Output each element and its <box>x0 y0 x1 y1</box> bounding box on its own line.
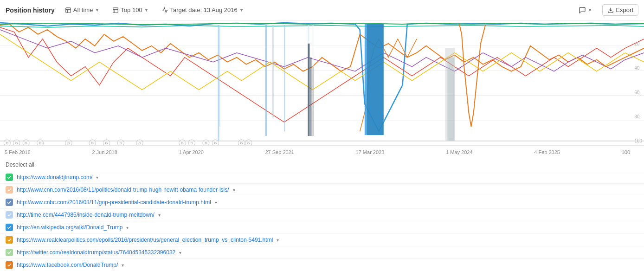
top100-control[interactable]: Top 100 ▼ <box>109 6 151 14</box>
url-checkbox[interactable] <box>6 186 13 194</box>
list-item[interactable]: http://www.cnbc.com/2016/08/11/gop-presi… <box>0 196 644 209</box>
comment-button[interactable]: ▼ <box>576 6 595 15</box>
svg-text:G: G <box>205 142 207 145</box>
url-checkbox[interactable] <box>6 236 13 244</box>
svg-rect-3 <box>113 7 118 13</box>
svg-rect-16 <box>284 25 285 131</box>
url-checkbox[interactable] <box>6 199 13 206</box>
all-time-control[interactable]: All time ▼ <box>62 6 103 14</box>
svg-text:G: G <box>91 142 94 145</box>
svg-text:G: G <box>138 142 141 145</box>
url-checkbox[interactable] <box>6 249 13 256</box>
url-checkbox[interactable] <box>6 174 13 181</box>
url-checkbox[interactable] <box>6 224 13 231</box>
target-date-control[interactable]: Target date: 13 Aug 2016 ▼ <box>159 6 247 14</box>
x-label-3: 1 Apr 2020 <box>179 149 204 155</box>
x-label-1: 5 Feb 2016 <box>5 149 31 155</box>
url-text: https://twitter.com/realdonaldtrump/stat… <box>17 249 175 256</box>
x-label-100: 100 <box>622 149 630 155</box>
top100-chevron: ▼ <box>144 7 149 13</box>
x-label-7: 4 Feb 2025 <box>534 149 560 155</box>
svg-text:G: G <box>39 142 42 145</box>
list-item[interactable]: https://twitter.com/realdonaldtrump/stat… <box>0 246 644 259</box>
url-dropdown-arrow[interactable]: ▾ <box>96 175 98 180</box>
svg-text:G: G <box>119 142 122 145</box>
url-text: https://en.wikipedia.org/wiki/Donald_Tru… <box>17 224 122 231</box>
list-item[interactable]: http://time.com/4447985/inside-donald-tr… <box>0 209 644 221</box>
url-text: http://time.com/4447985/inside-donald-tr… <box>17 212 155 218</box>
svg-rect-14 <box>265 25 267 136</box>
url-checkbox[interactable] <box>6 211 13 219</box>
target-date-label: Target date: 13 Aug 2016 <box>170 6 238 13</box>
svg-rect-19 <box>308 44 309 136</box>
svg-text:G: G <box>6 142 9 145</box>
url-checkbox[interactable] <box>6 261 13 269</box>
chart-area: G G G G G G G G G G G G G G <box>0 20 644 146</box>
page-title: Position history <box>6 6 55 14</box>
top100-label: Top 100 <box>121 6 142 13</box>
all-time-label: All time <box>73 6 93 13</box>
svg-rect-20 <box>310 58 311 136</box>
list-item[interactable]: http://www.cnn.com/2016/08/11/politics/d… <box>0 184 644 196</box>
svg-text:G: G <box>15 142 18 145</box>
url-dropdown-arrow[interactable]: ▾ <box>126 225 129 230</box>
y-axis-labels: 20 40 60 80 100 <box>634 20 642 145</box>
svg-rect-21 <box>313 67 314 136</box>
svg-rect-15 <box>272 25 274 117</box>
comment-chevron: ▼ <box>588 7 592 13</box>
url-dropdown-arrow[interactable]: ▾ <box>233 187 235 193</box>
svg-text:G: G <box>247 142 250 145</box>
export-label: Export <box>616 6 633 13</box>
svg-rect-25 <box>447 58 454 141</box>
svg-rect-12 <box>218 25 219 141</box>
url-text: http://www.cnn.com/2016/08/11/politics/d… <box>17 187 229 193</box>
x-label-4: 27 Sep 2021 <box>265 149 294 155</box>
x-label-5: 17 Mar 2023 <box>356 149 385 155</box>
deselect-all-label: Deselect all <box>6 161 34 168</box>
url-list: https://www.donaldjtrump.com/ ▾http://ww… <box>0 171 644 271</box>
svg-text:G: G <box>240 142 243 145</box>
url-dropdown-arrow[interactable]: ▾ <box>122 263 124 268</box>
url-dropdown-arrow[interactable]: ▾ <box>158 213 161 218</box>
svg-rect-23 <box>367 24 384 135</box>
x-label-6: 1 May 2024 <box>446 149 472 155</box>
url-text: https://www.realclearpolitics.com/epolls… <box>17 237 273 243</box>
url-text: https://www.donaldjtrump.com/ <box>17 174 92 181</box>
export-button[interactable]: Export <box>602 4 638 16</box>
list-item[interactable]: https://www.donaldjtrump.com/ ▾ <box>0 171 644 184</box>
svg-rect-0 <box>66 7 71 13</box>
list-item[interactable]: https://www.facebook.com/DonaldTrump/ ▾ <box>0 259 644 271</box>
all-time-chevron: ▼ <box>95 7 99 13</box>
url-text: http://www.cnbc.com/2016/08/11/gop-presi… <box>17 199 211 206</box>
url-dropdown-arrow[interactable]: ▾ <box>215 200 217 205</box>
url-text: https://www.facebook.com/DonaldTrump/ <box>17 262 118 268</box>
deselect-all-bar[interactable]: Deselect all <box>0 159 644 171</box>
list-item[interactable]: https://www.realclearpolitics.com/epolls… <box>0 234 644 246</box>
url-dropdown-arrow[interactable]: ▾ <box>179 250 181 255</box>
svg-text:G: G <box>105 142 108 145</box>
svg-text:G: G <box>67 142 70 145</box>
x-label-2: 2 Jun 2018 <box>92 149 117 155</box>
x-axis: 5 Feb 2016 2 Jun 2018 1 Apr 2020 27 Sep … <box>0 146 644 159</box>
target-date-chevron: ▼ <box>239 7 244 13</box>
svg-rect-13 <box>219 25 220 127</box>
svg-text:G: G <box>191 142 193 145</box>
url-dropdown-arrow[interactable]: ▾ <box>277 238 279 243</box>
svg-text:G: G <box>214 142 217 145</box>
list-item[interactable]: https://en.wikipedia.org/wiki/Donald_Tru… <box>0 221 644 234</box>
svg-text:G: G <box>181 142 184 145</box>
header: Position history All time ▼ Top 100 ▼ Ta… <box>0 0 644 20</box>
svg-text:G: G <box>25 142 27 145</box>
